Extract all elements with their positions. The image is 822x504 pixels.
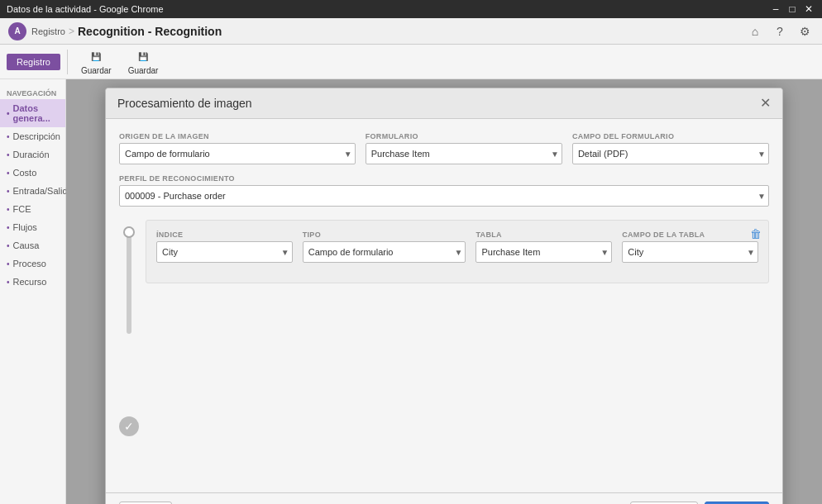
form-group-formulario: FORMULARIO Purchase Item ▼: [366, 132, 562, 164]
slider-subpanel-row: ✓ 🗑 ÍNDICE: [119, 216, 769, 436]
label-perfil: PERFIL DE RECONOCIMIENTO: [119, 174, 769, 183]
modal-footer: Cerrar Agregar relación Cancelar Guardar: [106, 492, 782, 504]
title-bar: Datos de la actividad - Google Chrome – …: [0, 0, 822, 18]
select-tipo[interactable]: Campo de formulario: [303, 241, 466, 263]
select-indice[interactable]: City: [156, 241, 293, 263]
modal-body: ORIGEN DE LA IMAGEN Campo de formulario …: [106, 119, 782, 492]
app-logo: A: [8, 22, 26, 40]
form-row-1: ORIGEN DE LA IMAGEN Campo de formulario …: [119, 132, 769, 164]
select-wrapper-origen: Campo de formulario ▼: [119, 143, 356, 164]
sidebar-section-title: NAVEGACIÓN: [0, 86, 65, 99]
slider-checkmark: ✓: [119, 416, 139, 436]
home-icon-button[interactable]: ⌂: [746, 22, 764, 40]
modal-overlay: Procesamiento de imagen ✕ ORIGEN DE LA I…: [66, 79, 822, 504]
form-group-tipo: TIPO Campo de formulario ▼: [303, 231, 466, 263]
breadcrumb-separator: >: [69, 26, 74, 37]
toolbar: Registro 💾 Guardar 💾 Guardar: [0, 45, 822, 79]
select-wrapper-campo: Detail (PDF) ▼: [572, 143, 769, 164]
sidebar-item-proceso[interactable]: Proceso: [0, 254, 65, 273]
save-icon-1: 💾: [88, 48, 104, 64]
breadcrumb: Registro > Recognition - Recognition: [31, 25, 222, 38]
header-icons: ⌂ ? ⚙: [746, 22, 814, 40]
sidebar-item-datos[interactable]: Datos genera...: [0, 99, 65, 127]
maximize-button[interactable]: □: [786, 2, 799, 16]
main-layout: NAVEGACIÓN Datos genera... Descripción D…: [0, 79, 822, 504]
slider-track[interactable]: [127, 226, 131, 334]
sidebar-item-duracion[interactable]: Duración: [0, 145, 65, 164]
form-group-campo-tabla: CAMPO DE LA TABLA City ▼: [622, 231, 758, 263]
save-icon-2: 💾: [135, 48, 151, 64]
modal-header: Procesamiento de imagen ✕: [106, 88, 782, 119]
sidebar-item-fce[interactable]: FCE: [0, 200, 65, 218]
label-indice: ÍNDICE: [156, 231, 293, 239]
select-wrapper-indice: City ▼: [156, 241, 293, 263]
minimize-button[interactable]: –: [769, 2, 782, 16]
select-wrapper-perfil: 000009 - Purchase order ▼: [119, 185, 769, 207]
form-group-campo-formulario: CAMPO DEL FORMULARIO Detail (PDF) ▼: [572, 132, 769, 164]
modal-close-button[interactable]: ✕: [760, 97, 771, 110]
label-campo-formulario: CAMPO DEL FORMULARIO: [572, 132, 769, 140]
select-perfil[interactable]: 000009 - Purchase order: [119, 185, 769, 207]
sidebar-item-causa[interactable]: Causa: [0, 236, 65, 254]
select-wrapper-formulario: Purchase Item ▼: [366, 143, 562, 164]
sidebar-item-flujos[interactable]: Flujos: [0, 218, 65, 236]
title-bar-text: Datos de la actividad - Google Chrome: [7, 4, 164, 14]
toolbar-separator: [67, 50, 68, 74]
modal-title: Procesamiento de imagen: [117, 97, 252, 110]
title-bar-controls: – □ ✕: [769, 2, 815, 16]
sidebar-item-recurso[interactable]: Recurso: [0, 273, 65, 291]
select-formulario[interactable]: Purchase Item: [366, 143, 562, 164]
sidebar-item-costo[interactable]: Costo: [0, 164, 65, 182]
form-row-2: PERFIL DE RECONOCIMIENTO 000009 - Purcha…: [119, 174, 769, 207]
form-group-tabla: TABLA Purchase Item ▼: [476, 231, 612, 263]
breadcrumb-registro[interactable]: Registro: [31, 26, 65, 36]
app-header: A Registro > Recognition - Recognition ⌂…: [0, 18, 822, 45]
label-formulario: FORMULARIO: [366, 132, 562, 140]
help-icon-button[interactable]: ?: [771, 22, 789, 40]
label-tabla: TABLA: [476, 231, 612, 239]
sidebar-item-descripcion[interactable]: Descripción: [0, 127, 65, 145]
content-area: Procesamiento de imagen ✕ ORIGEN DE LA I…: [66, 79, 822, 504]
select-wrapper-campo-tabla: City ▼: [622, 241, 758, 263]
form-group-indice: ÍNDICE City ▼: [156, 231, 293, 263]
label-campo-tabla: CAMPO DE LA TABLA: [622, 231, 758, 239]
slider-container: ✓: [119, 216, 139, 436]
save-button-1[interactable]: 💾 Guardar: [74, 46, 118, 77]
label-tipo: TIPO: [303, 231, 466, 239]
select-wrapper-tabla: Purchase Item ▼: [476, 241, 612, 263]
modal-dialog: Procesamiento de imagen ✕ ORIGEN DE LA I…: [105, 88, 783, 504]
trash-icon: 🗑: [750, 227, 762, 240]
sub-panel: 🗑 ÍNDICE City: [146, 220, 769, 283]
settings-icon-button[interactable]: ⚙: [796, 22, 814, 40]
label-origen: ORIGEN DE LA IMAGEN: [119, 132, 356, 140]
select-origen[interactable]: Campo de formulario: [119, 143, 356, 164]
sidebar: NAVEGACIÓN Datos genera... Descripción D…: [0, 79, 66, 504]
delete-row-button[interactable]: 🗑: [750, 227, 762, 240]
sidebar-item-entrada[interactable]: Entrada/Salid...: [0, 182, 65, 200]
select-tabla[interactable]: Purchase Item: [476, 241, 612, 263]
close-window-button[interactable]: ✕: [802, 2, 815, 16]
registro-tab[interactable]: Registro: [7, 54, 60, 70]
form-group-origen: ORIGEN DE LA IMAGEN Campo de formulario …: [119, 132, 356, 164]
select-campo-formulario[interactable]: Detail (PDF): [572, 143, 769, 164]
form-group-perfil: PERFIL DE RECONOCIMIENTO 000009 - Purcha…: [119, 174, 769, 207]
select-campo-tabla[interactable]: City: [622, 241, 758, 263]
select-wrapper-tipo: Campo de formulario ▼: [303, 241, 466, 263]
slider-thumb[interactable]: [123, 226, 135, 238]
save-button-2[interactable]: 💾 Guardar: [122, 46, 165, 77]
title-bar-title: Datos de la actividad - Google Chrome: [7, 4, 164, 14]
sub-panel-form-row: ÍNDICE City ▼: [156, 231, 758, 263]
breadcrumb-current: Recognition - Recognition: [78, 25, 222, 38]
